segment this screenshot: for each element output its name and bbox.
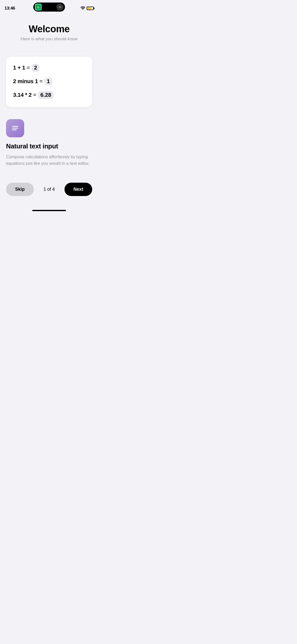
equations-card: 1 + 1 = 2 2 minus 1 = 1 3.14 * 2 = 6.28: [6, 57, 92, 107]
island-app-icon: G: [35, 4, 42, 11]
page-title: Welcome: [6, 24, 92, 35]
equation-row-1: 1 + 1 = 2: [13, 64, 85, 72]
page-subtitle: Here is what you should know: [6, 37, 92, 42]
status-time: 13:46: [5, 6, 15, 11]
next-button[interactable]: Next: [64, 183, 92, 196]
svg-rect-4: [12, 130, 17, 130]
dynamic-island: G TV: [33, 3, 65, 12]
equation-equals-1: =: [27, 65, 30, 71]
status-icons: [81, 6, 94, 11]
header: Welcome Here is what you should know: [6, 14, 92, 42]
equation-expression-1: 1 + 1: [13, 65, 25, 71]
feature-icon-wrapper: [6, 119, 24, 137]
equation-row-3: 3.14 * 2 = 6.28: [13, 91, 85, 99]
equation-result-2: 1: [44, 77, 52, 85]
feature-description: Compose calculations effortlessly by typ…: [6, 154, 92, 167]
page-indicator: 1 of 4: [43, 187, 55, 192]
svg-text:G: G: [37, 6, 39, 9]
island-apple-tv-icon: TV: [56, 4, 63, 11]
home-indicator: [0, 206, 98, 215]
equation-row-2: 2 minus 1 = 1: [13, 77, 85, 85]
bottom-nav: Skip 1 of 4 Next: [0, 178, 98, 206]
equation-expression-2: 2 minus 1: [13, 78, 38, 85]
home-bar: [32, 210, 66, 211]
skip-button[interactable]: Skip: [6, 183, 34, 196]
wifi-icon: [81, 6, 85, 11]
equation-equals-3: =: [33, 92, 36, 98]
feature-section: Natural text input Compose calculations …: [6, 119, 92, 167]
main-content: Welcome Here is what you should know 1 +…: [0, 14, 98, 178]
svg-rect-3: [12, 128, 18, 128]
equation-result-1: 2: [31, 64, 40, 72]
feature-title: Natural text input: [6, 142, 92, 150]
equation-equals-2: =: [40, 78, 43, 85]
svg-rect-2: [12, 126, 18, 127]
status-bar: 13:46 G TV: [0, 0, 98, 14]
equation-result-3: 6.28: [38, 91, 54, 99]
equation-expression-3: 3.14 * 2: [13, 92, 31, 98]
battery-icon: [87, 7, 94, 10]
text-lines-icon: [11, 124, 20, 133]
